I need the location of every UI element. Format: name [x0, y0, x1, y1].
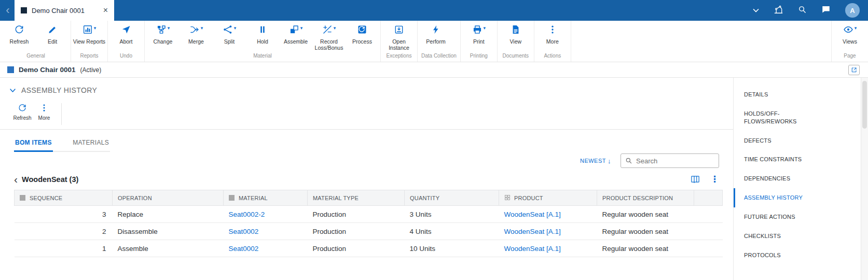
vertical-dots-icon [39, 103, 49, 113]
material-link[interactable]: Seat0002 [229, 228, 259, 235]
cell-operation: Replace [113, 206, 224, 223]
tab-materials[interactable]: MATERIALS [72, 136, 110, 151]
column-settings-icon[interactable] [691, 175, 700, 183]
avatar[interactable]: A [845, 3, 860, 18]
app-tab-title: Demo Chair 0001 [32, 7, 99, 15]
search-box[interactable] [621, 153, 719, 168]
ribbon-group-printing: ▾ Print Printing [461, 21, 498, 62]
view-documents-button[interactable]: View [499, 21, 532, 51]
vertical-dots-icon [547, 24, 558, 35]
status-badge: (Active) [80, 66, 102, 74]
sidebar-item-dependencies[interactable]: DEPENDENCIES [734, 169, 861, 188]
cell-empty [694, 240, 723, 257]
open-instance-button[interactable]: Open Instance [382, 21, 416, 51]
table-header-row: SEQUENCE OPERATION MATERIAL MATERIAL TYP… [15, 190, 723, 206]
machine-icon [774, 5, 783, 15]
print-button[interactable]: ▾ Print [462, 21, 495, 51]
shell-search-button[interactable] [798, 5, 807, 16]
ribbon-group-undo: Abort Undo [108, 21, 145, 62]
assemble-icon [289, 24, 299, 35]
section-collapse-chevron-icon[interactable] [9, 87, 16, 94]
dropdown-caret-icon: ▾ [334, 26, 336, 31]
views-button[interactable]: ▾ Views [833, 21, 866, 51]
material-link[interactable]: Seat0002-2 [229, 211, 265, 218]
tab-close-button[interactable]: × [103, 6, 108, 15]
table-more-button[interactable]: ⋮ [710, 175, 719, 184]
sidebar-item-time-constraints[interactable]: TIME CONSTRAINTS [734, 150, 861, 169]
column-header-product[interactable]: PRODUCT [499, 190, 597, 206]
record-loss-bonus-button[interactable]: ▾ Record Loss/Bonus [312, 21, 346, 51]
open-in-window-button[interactable] [848, 65, 860, 75]
scrollbar-thumb[interactable] [862, 81, 867, 129]
chevron-down-icon [753, 8, 759, 12]
dropdown-caret-icon: ▾ [94, 26, 97, 31]
shell-dropdown-button[interactable] [753, 8, 759, 12]
sort-button[interactable]: NEWEST ↓ [580, 157, 611, 165]
sidebar-item-checklists[interactable]: CHECKLISTS [734, 227, 861, 246]
product-link[interactable]: WoodenSeat [A.1] [504, 228, 561, 235]
tab-strip: BOM ITEMS MATERIALS [14, 136, 110, 152]
ribbon-group-reports: ▾ View Reports Reports [71, 21, 108, 62]
abort-icon [121, 24, 131, 35]
more-button[interactable]: More [536, 21, 569, 51]
change-button[interactable]: ▾ Change [146, 21, 180, 51]
table-row[interactable]: 3 Replace Seat0002-2 Production 3 Units … [15, 206, 723, 223]
dropdown-caret-icon: ▾ [300, 26, 303, 31]
ribbon-group-label: General [3, 51, 69, 62]
column-header-material[interactable]: MATERIAL [224, 190, 308, 206]
open-in-window-icon [851, 67, 857, 73]
merge-button[interactable]: ▾ Merge [180, 21, 213, 51]
shell-bar: ‹ Demo Chair 0001 × A [0, 0, 868, 21]
section-refresh-button[interactable]: Refresh [11, 103, 33, 121]
plus-minus-icon [322, 24, 333, 35]
column-header-quantity[interactable]: QUANTITY [405, 190, 499, 206]
sidebar-item-defects[interactable]: DEFECTS [734, 131, 861, 150]
material-link[interactable]: Seat0002 [229, 245, 259, 253]
column-header-sequence[interactable]: SEQUENCE [15, 190, 113, 206]
section-toolbar: Refresh More [11, 103, 733, 127]
object-title: Demo Chair 0001 [19, 66, 76, 74]
cell-quantity: 4 Units [405, 223, 499, 240]
ribbon-group-label: Material [146, 51, 379, 62]
product-link[interactable]: WoodenSeat [A.1] [504, 211, 561, 218]
ribbon-group-label: Exceptions [382, 51, 416, 62]
sidebar-item-details[interactable]: DETAILS [734, 85, 861, 104]
cell-product-description: Regular wooden seat [597, 206, 694, 223]
column-header-product-description[interactable]: PRODUCT DESCRIPTION [597, 190, 694, 206]
abort-button[interactable]: Abort [109, 21, 143, 51]
vertical-scrollbar[interactable] [861, 78, 868, 280]
ribbon-group-general: Refresh Edit General [1, 21, 71, 62]
ribbon-group-label: Reports [73, 51, 106, 62]
column-header-material-type[interactable]: MATERIAL TYPE [308, 190, 405, 206]
search-input[interactable] [636, 157, 714, 165]
hold-button[interactable]: Hold [246, 21, 279, 51]
sidebar-item-future-actions[interactable]: FUTURE ACTIONS [734, 207, 861, 227]
view-reports-button[interactable]: ▾ View Reports [73, 21, 106, 51]
back-chevron-icon: ‹ [6, 4, 9, 17]
split-button[interactable]: ▾ Split [213, 21, 246, 51]
process-button[interactable]: Process [346, 21, 379, 51]
shell-back-button[interactable]: ‹ [3, 1, 12, 20]
breadcrumb-back-button[interactable]: ‹ [14, 174, 18, 185]
app-tab[interactable]: Demo Chair 0001 × [15, 0, 114, 21]
object-header: Demo Chair 0001 (Active) [0, 62, 868, 78]
sidebar-item-holds-offflows-reworks[interactable]: HOLDS/OFF- FLOWS/REWORKS [734, 104, 861, 131]
sidebar-item-assembly-history[interactable]: ASSEMBLY HISTORY [734, 188, 861, 207]
refresh-button[interactable]: Refresh [3, 21, 36, 51]
search-icon [798, 5, 807, 14]
section-more-button[interactable]: More [33, 103, 55, 121]
shell-feedback-button[interactable] [821, 5, 831, 16]
assemble-button[interactable]: ▾ Assemble [279, 21, 312, 51]
tab-bom-items[interactable]: BOM ITEMS [14, 136, 53, 151]
edit-button[interactable]: Edit [36, 21, 69, 51]
perform-button[interactable]: Perform [419, 21, 452, 51]
sidebar-item-protocols[interactable]: PROTOCOLS [734, 246, 861, 265]
cell-empty [694, 223, 723, 240]
product-link[interactable]: WoodenSeat [A.1] [504, 245, 561, 253]
table-row[interactable]: 2 Disassemble Seat0002 Production 4 Unit… [15, 223, 723, 240]
shell-machine-button[interactable] [774, 5, 783, 17]
merge-icon [189, 24, 200, 35]
object-type-icon [7, 66, 14, 73]
column-header-operation[interactable]: OPERATION [113, 190, 224, 206]
table-row[interactable]: 1 Assemble Seat0002 Production 10 Units … [15, 240, 723, 257]
